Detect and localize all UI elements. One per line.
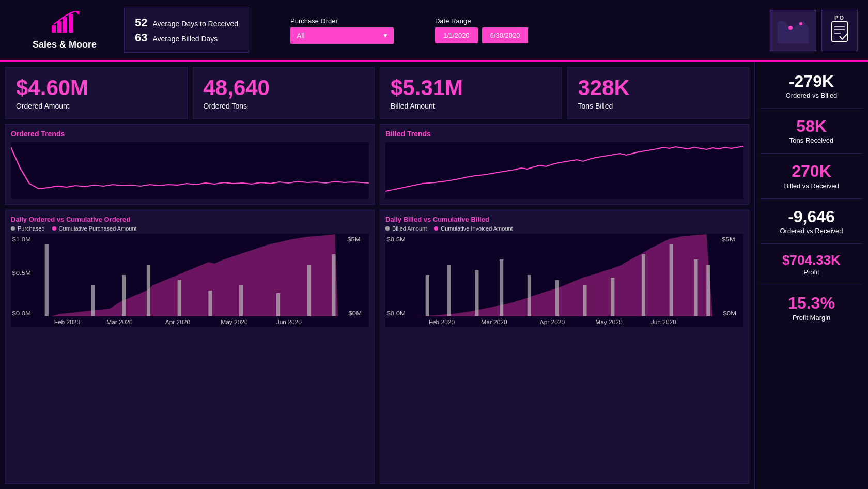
purchase-order-select[interactable]: All PO-001 PO-002 [290,27,394,44]
svg-text:$5M: $5M [347,236,361,243]
trends-charts-row: Ordered Trends Billed Trends [5,124,749,205]
stat1-label: Average Days to Received [152,20,238,28]
legend-billed-amount: Billed Amount [385,225,427,232]
date-range-section: Date Range 1/1/2020 6/30/2020 [435,17,528,43]
svg-text:$0.5M: $0.5M [12,270,31,277]
svg-rect-45 [500,259,503,316]
svg-text:$0M: $0M [723,310,737,317]
svg-text:Feb 2020: Feb 2020 [429,319,455,325]
divider-5 [760,285,863,285]
svg-text:Apr 2020: Apr 2020 [540,319,565,325]
svg-rect-21 [45,244,49,316]
kpi-ordered-amount-label: Ordered Amount [16,102,69,110]
sidebar-kpi-profit: $704.33K Profit [760,248,863,282]
billed-trends-title: Billed Trends [385,130,743,138]
kpi-tons-billed: 328K Tons Billed [567,67,750,119]
purchase-order-filter: Purchase Order All PO-001 PO-002 ▼ [290,17,394,44]
svg-rect-42 [426,275,429,316]
svg-text:Jun 2020: Jun 2020 [276,319,302,325]
legend-purchased: Purchased [11,225,45,232]
sidebar-billed-vs-received-label: Billed vs Received [764,182,859,190]
svg-text:$0.0M: $0.0M [386,310,406,317]
svg-text:Jun 2020: Jun 2020 [651,319,676,325]
svg-rect-24 [147,265,150,316]
right-sidebar: -279K Ordered vs Billed 58K Tons Receive… [754,62,868,489]
cumulative-invoiced-legend-dot [434,226,438,231]
svg-rect-49 [611,278,614,316]
svg-rect-50 [642,254,645,316]
ordered-trends-chart [11,142,369,199]
svg-text:May 2020: May 2020 [221,319,247,325]
kpi-billed-amount: $5.31M Billed Amount [380,67,562,119]
filter-label: Purchase Order [290,17,394,25]
svg-rect-29 [307,265,311,316]
svg-rect-23 [122,275,126,316]
billed-amount-legend-dot [385,226,390,231]
legend-cumulative-invoiced: Cumulative Invoiced Amount [434,225,513,232]
svg-text:$0M: $0M [349,310,362,317]
date-buttons: 1/1/2020 6/30/2020 [435,27,528,43]
sidebar-kpi-profit-margin: 15.3% Profit Margin [760,289,863,326]
svg-text:Apr 2020: Apr 2020 [165,319,190,325]
filter-wrapper: All PO-001 PO-002 ▼ [290,27,394,44]
logo-section: Sales & Moore [10,11,119,50]
divider-4 [760,243,863,244]
stat2-label: Average Billed Days [152,35,218,43]
svg-point-6 [788,26,793,30]
sidebar-tons-received-label: Tons Received [764,136,859,144]
kpi-ordered-tons-label: Ordered Tons [204,102,247,110]
main-content: $4.60M Ordered Amount 48,640 Ordered Ton… [0,62,868,489]
svg-text:$0.0M: $0.0M [12,310,31,317]
kpi-row: $4.60M Ordered Amount 48,640 Ordered Ton… [5,67,749,119]
sidebar-profit-value: $704.33K [764,253,859,268]
kpi-tons-billed-value: 328K [578,76,630,100]
svg-rect-43 [447,265,451,316]
billed-trends-card: Billed Trends [380,124,749,205]
svg-text:$5M: $5M [722,236,735,243]
svg-rect-44 [475,270,478,316]
kpi-billed-amount-label: Billed Amount [391,102,435,110]
stat2-line: 63 Average Billed Days [135,31,238,44]
header-image-map [770,10,816,51]
svg-rect-53 [706,265,710,316]
date-start-button[interactable]: 1/1/2020 [435,27,478,43]
sidebar-billed-vs-received-value: 270K [764,162,859,180]
svg-text:Mar 2020: Mar 2020 [106,319,132,325]
svg-rect-13 [385,142,743,199]
divider-1 [760,108,863,109]
sidebar-kpi-tons-received: 58K Tons Received [760,112,863,149]
kpi-ordered-amount: $4.60M Ordered Amount [5,67,188,119]
kpi-ordered-tons: 48,640 Ordered Tons [193,67,375,119]
bottom-charts-row: Daily Ordered vs Cumulative Ordered Purc… [5,210,749,484]
divider-2 [760,153,863,154]
svg-rect-46 [528,275,531,316]
svg-rect-48 [583,285,586,316]
kpi-tons-billed-label: Tons Billed [578,102,613,110]
svg-rect-30 [332,254,335,316]
sidebar-kpi-billed-vs-received: 270K Billed vs Received [760,157,863,194]
svg-rect-22 [91,285,95,316]
header-images: PO [770,10,858,51]
daily-ordered-legend: Purchased Cumulative Purchased Amount [11,225,369,232]
sidebar-profit-margin-value: 15.3% [764,294,859,312]
svg-text:Mar 2020: Mar 2020 [481,319,507,325]
svg-rect-0 [52,25,56,33]
svg-rect-51 [670,244,673,316]
svg-rect-2 [63,17,67,33]
date-range-label: Date Range [435,17,528,25]
header-stats: 52 Average Days to Received 63 Average B… [124,8,249,53]
ordered-trends-card: Ordered Trends [5,124,375,205]
svg-rect-8 [832,22,847,41]
sidebar-ordered-vs-billed-label: Ordered vs Billed [764,91,859,99]
svg-rect-52 [694,259,698,316]
sidebar-profit-label: Profit [764,268,859,276]
kpi-ordered-amount-value: $4.60M [16,76,88,100]
kpi-ordered-tons-value: 48,640 [204,76,270,100]
svg-text:Feb 2020: Feb 2020 [54,319,80,325]
svg-text:May 2020: May 2020 [595,319,622,325]
svg-rect-28 [276,293,280,316]
date-end-button[interactable]: 6/30/2020 [482,27,529,43]
sidebar-ordered-vs-received-value: -9,646 [764,208,859,226]
daily-billed-card: Daily Billed vs Cumulative Billed Billed… [380,210,749,484]
sidebar-ordered-vs-received-label: Ordered vs Received [764,227,859,235]
